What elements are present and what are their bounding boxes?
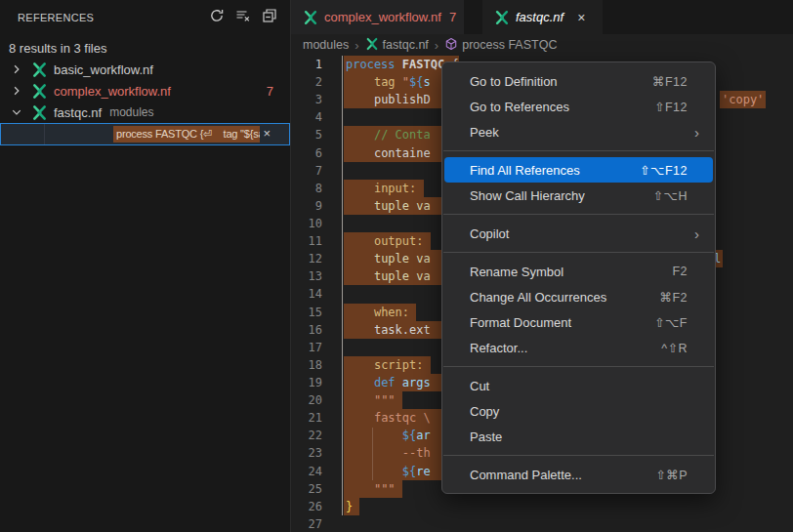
code-token	[346, 429, 402, 442]
highlight-pad	[423, 358, 430, 372]
line-text: input:	[344, 180, 424, 197]
line-number: 19	[291, 374, 322, 391]
breadcrumb-separator: ›	[435, 38, 438, 53]
code-token	[346, 482, 374, 496]
menu-item-cut[interactable]: Cut	[444, 373, 713, 398]
tab-fastqc-nf[interactable]: fastqc.nf×	[482, 0, 603, 34]
panel-toolbar	[206, 7, 280, 28]
menu-item-shortcut: ⌘F2	[659, 290, 701, 305]
dismiss-reference-icon[interactable]: ×	[263, 126, 271, 141]
code-token	[346, 199, 374, 213]
submenu-chevron-icon: ›	[694, 124, 701, 141]
symbol-cube-icon	[444, 37, 458, 54]
highlight-pad	[416, 182, 423, 195]
tree-file-fastqc-nf[interactable]: fastqc.nfmodules	[0, 102, 290, 123]
line-number: 17	[291, 339, 322, 356]
menu-item-copilot[interactable]: Copilot›	[444, 221, 713, 246]
chevron-right-icon[interactable]	[9, 63, 24, 75]
collapse-all-button[interactable]	[259, 7, 280, 28]
line-number: 25	[291, 480, 322, 498]
code-token: tuple va	[374, 199, 431, 213]
panel-title: REFERENCES	[18, 12, 206, 23]
code-token	[346, 411, 374, 425]
nextflow-icon	[31, 83, 48, 100]
code-token	[346, 146, 374, 160]
menu-item-paste[interactable]: Paste	[444, 424, 713, 449]
menu-item-copy[interactable]: Copy	[444, 398, 713, 424]
menu-item-change-all-occurrences[interactable]: Change All Occurrences⌘F2	[444, 284, 713, 309]
breadcrumb: modules›fastqc.nf›process FASTQC	[291, 34, 793, 56]
tab-complex-workflow-nf[interactable]: complex_workflow.nf7	[291, 0, 464, 34]
menu-item-show-call-hierarchy[interactable]: Show Call Hierarchy⇧⌥H	[444, 183, 713, 208]
menu-item-label: Show Call Hierarchy	[470, 188, 653, 203]
line-number: 3	[291, 91, 322, 108]
breadcrumb-item-fastqc-nf[interactable]: fastqc.nf	[365, 37, 429, 54]
line-number: 20	[291, 391, 322, 409]
menu-item-rename-symbol[interactable]: Rename SymbolF2	[444, 259, 713, 284]
highlight-pad	[423, 234, 430, 248]
tab-close-icon[interactable]: ×	[577, 10, 585, 25]
line-number: 12	[291, 250, 322, 267]
menu-item-label: Peek	[470, 125, 694, 140]
clear-all-icon	[235, 8, 251, 27]
code-token: ${	[402, 465, 416, 478]
clear-all-button[interactable]	[232, 7, 254, 28]
reference-preview-text: process FASTQC {⏎ tag "${samp...	[113, 126, 260, 143]
code-token	[346, 358, 374, 372]
breadcrumb-item-process-fastqc[interactable]: process FASTQC	[444, 37, 557, 54]
file-name: basic_workflow.nf	[54, 62, 153, 77]
reference-range-indicator	[342, 56, 343, 515]
code-line-27[interactable]: 27	[291, 515, 793, 532]
nextflow-icon	[303, 10, 318, 25]
menu-item-find-all-references[interactable]: Find All References⇧⌥F12	[444, 157, 713, 183]
menu-item-shortcut: F2	[672, 265, 701, 278]
vscode-window: REFERENCES 8 results in 3 files basic_wo…	[0, 0, 793, 532]
code-token	[346, 128, 374, 142]
menu-item-shortcut: ⇧⌥F	[654, 315, 701, 330]
menu-item-label: Rename Symbol	[470, 265, 672, 279]
menu-item-shortcut: ^⇧R	[661, 341, 701, 355]
menu-item-go-to-definition[interactable]: Go to Definition⌘F12	[444, 68, 713, 94]
result-count-badge: 7	[267, 84, 273, 99]
code-token: input:	[374, 182, 416, 195]
code-token	[346, 446, 402, 460]
highlight-pad	[396, 393, 402, 407]
menu-item-shortcut: ⇧⌘P	[655, 468, 701, 482]
selected-reference-row[interactable]: process FASTQC {⏎ tag "${samp...×	[0, 123, 290, 145]
code-token: ar	[416, 429, 430, 442]
menu-item-shortcut: ⇧⌥F12	[640, 163, 701, 178]
code-token: """	[374, 393, 396, 407]
code-line-26[interactable]: 26}	[291, 498, 793, 515]
breadcrumb-item-modules[interactable]: modules	[303, 38, 349, 52]
line-number: 23	[291, 444, 322, 462]
menu-item-refactor[interactable]: Refactor...^⇧R	[444, 335, 713, 360]
tree-file-complex-workflow-nf[interactable]: complex_workflow.nf7	[0, 80, 290, 102]
line-text: script:	[344, 356, 431, 374]
tree-file-basic-workflow-nf[interactable]: basic_workflow.nf	[0, 59, 290, 80]
line-number: 13	[291, 267, 322, 285]
refresh-button[interactable]	[206, 7, 228, 28]
chevron-right-icon[interactable]	[9, 85, 24, 97]
line-number: 27	[291, 515, 322, 532]
menu-item-label: Go to References	[470, 100, 654, 114]
menu-separator	[443, 214, 714, 215]
line-text: """	[344, 391, 402, 409]
refresh-icon	[209, 8, 225, 27]
chevron-down-icon[interactable]	[9, 106, 24, 118]
editor-context-menu: Go to Definition⌘F12Go to References⇧F12…	[441, 61, 716, 494]
line-number: 18	[291, 356, 322, 374]
menu-item-label: Copy	[470, 404, 701, 419]
code-fragment[interactable]: 'copy'	[720, 91, 766, 108]
file-name: complex_workflow.nf	[54, 84, 171, 99]
code-token: fastqc \	[374, 411, 431, 425]
menu-item-format-document[interactable]: Format Document⇧⌥F	[444, 309, 713, 335]
menu-item-label: Format Document	[470, 315, 654, 330]
menu-item-label: Find All References	[470, 163, 640, 178]
line-number: 21	[291, 409, 322, 427]
line-number: 26	[291, 498, 322, 515]
code-token: def	[374, 376, 402, 389]
menu-item-go-to-references[interactable]: Go to References⇧F12	[444, 94, 713, 119]
menu-item-peek[interactable]: Peek›	[444, 119, 713, 144]
menu-item-command-palette[interactable]: Command Palette...⇧⌘P	[444, 462, 713, 487]
menu-item-label: Go to Definition	[470, 74, 652, 89]
